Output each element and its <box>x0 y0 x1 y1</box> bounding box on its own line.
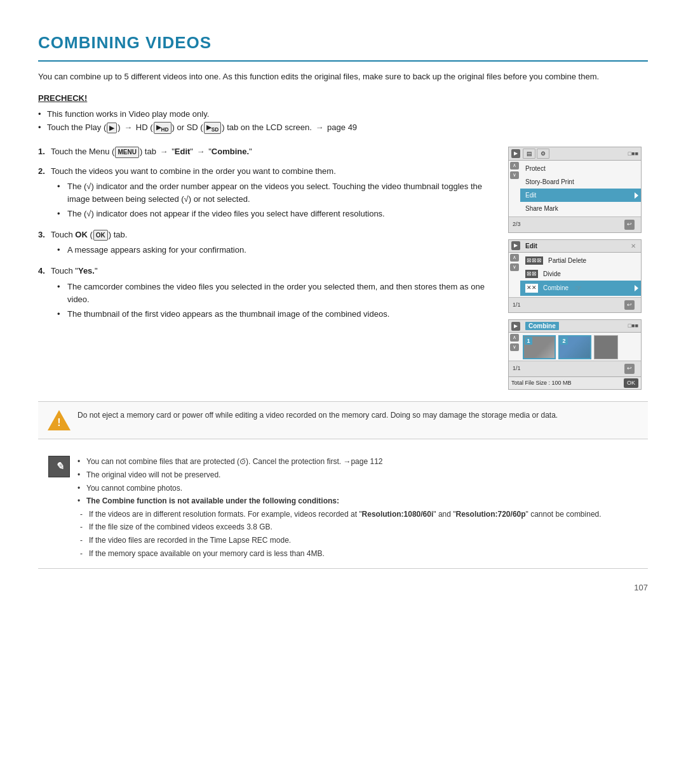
menu-icon: MENU <box>115 147 138 158</box>
warning-text: Do not eject a memory card or power off … <box>77 409 558 431</box>
panel1-page: 2/3 <box>513 220 521 229</box>
page-number: 107 <box>38 581 648 594</box>
panel3-title-wrap: Combine <box>525 321 626 331</box>
panel3-ok-btn[interactable]: OK <box>624 378 638 389</box>
panel1-battery: □■■ <box>628 150 638 159</box>
panel3-battery: □■■ <box>628 322 638 331</box>
main-layout: 1. Touch the Menu (MENU) tab → "Edit" → … <box>38 145 648 390</box>
note-bold-item: The Combine function is not available un… <box>86 496 339 505</box>
sd-icon-box: ▶SD <box>204 122 222 134</box>
note-icon: ✎ <box>48 456 70 477</box>
thumb1-num: 1 <box>525 337 532 345</box>
note-item-4: The Combine function is not available un… <box>77 495 602 507</box>
panel1-header: ▶ ▤ ⚙ □■■ <box>509 147 641 161</box>
note-content: You can not combine files that are prote… <box>77 456 602 561</box>
page-title: COMBINING VIDEOS <box>38 30 648 62</box>
panel1-edit[interactable]: Edit <box>520 189 641 202</box>
panel1-menu: Protect Story-Board Print Edit Share Mar… <box>520 161 641 216</box>
step1-edit: Edit <box>175 147 191 156</box>
panel3-thumb-3[interactable] <box>594 335 618 359</box>
step-4-bullets: The camcorder combines the video files y… <box>57 281 495 321</box>
panel3-size-text: Total File Size : 100 MB <box>511 379 572 388</box>
panel1-play-icon: ▶ <box>511 149 520 158</box>
step4-yes: Yes. <box>78 266 95 276</box>
panel2-back-btn[interactable]: ↩ <box>624 300 635 310</box>
panel3-thumbs: 1 2 <box>523 335 638 359</box>
panel2-divide-icon: ⊠⊠ <box>525 270 538 279</box>
panel2-footer: 1/1 ↩ <box>509 297 641 313</box>
precheck-item-2: Touch the Play (▶) → HD (▶HD) or SD (▶SD… <box>38 121 648 134</box>
exclamation-icon: ! <box>57 415 60 430</box>
note-dash-3: If the video files are recorded in the T… <box>77 535 602 547</box>
panel2-divide[interactable]: ⊠⊠ Divide <box>520 267 641 281</box>
panel2-nav: ∧ ∨ <box>509 253 520 297</box>
resolution-1: Resolution:1080/60i <box>362 510 434 519</box>
resolution-2: Resolution:720/60p <box>456 510 526 519</box>
intro-text: You can combine up to 5 different videos… <box>38 70 648 83</box>
panel2-combine[interactable]: ✕✕ Combine ☞ <box>520 281 641 296</box>
panel2-body: ∧ ∨ ⊠⊠⊠ Partial Delete ⊠⊠ Divide ✕✕ Comb… <box>509 253 641 297</box>
panel1-icon-gear: ⚙ <box>537 149 549 159</box>
panel1-back-btn[interactable]: ↩ <box>624 220 635 230</box>
step-2-content: Touch the videos you want to combine in … <box>51 165 495 223</box>
panel1-down-btn[interactable]: ∨ <box>510 171 519 179</box>
panel1-storyboard[interactable]: Story-Board Print <box>520 175 641 189</box>
panel2-play-icon: ▶ <box>511 241 520 250</box>
panel3-footer-row: 1/1 ↩ <box>509 361 641 376</box>
panel1-icon-folder: ▤ <box>523 149 535 159</box>
note-dash-2: If the file size of the combined videos … <box>77 521 602 533</box>
note-item-3: You cannot combine photos. <box>77 482 602 495</box>
warning-box: ! Do not eject a memory card or power of… <box>38 401 648 439</box>
step-2: 2. Touch the videos you want to combine … <box>38 165 495 223</box>
panel2-up-btn[interactable]: ∧ <box>510 254 519 262</box>
steps-column: 1. Touch the Menu (MENU) tab → "Edit" → … <box>38 145 508 390</box>
panel3-content: 1 2 <box>520 333 641 361</box>
panel2-combine-icon: ✕✕ <box>525 284 538 293</box>
panel2-page: 1/1 <box>513 301 521 310</box>
panel3-nav: ∧ ∨ <box>509 333 520 361</box>
step-2-bullet-1: The (√) indicator and the order number a… <box>57 180 495 206</box>
step-3-content: Touch OK (OK) tab. A message appears ask… <box>51 229 495 258</box>
panel1-up-btn[interactable]: ∧ <box>510 162 519 169</box>
panel3-play-icon: ▶ <box>511 322 520 331</box>
panel2-partial-delete[interactable]: ⊠⊠⊠ Partial Delete <box>520 254 641 267</box>
step1-combine: Combine. <box>212 147 249 156</box>
step-3: 3. Touch OK (OK) tab. A message appears … <box>38 229 495 258</box>
panel3-header: ▶ Combine □■■ <box>509 320 641 333</box>
panel1-body: ∧ ∨ Protect Story-Board Print Edit Share… <box>509 161 641 216</box>
panel3-up-btn[interactable]: ∧ <box>510 334 519 342</box>
step-4-bullet-2: The thumbnail of the first video appears… <box>57 308 495 321</box>
panel1-footer: 2/3 ↩ <box>509 216 641 232</box>
arrow-step1-1: → <box>160 145 168 158</box>
step-1-num: 1. <box>38 145 51 158</box>
panel2-title-text: Edit <box>525 241 537 251</box>
thumb2-num: 2 <box>560 337 568 345</box>
step3-ok: OK <box>75 230 88 239</box>
warning-triangle-icon: ! <box>48 409 70 431</box>
panel3-thumb-1[interactable]: 1 <box>523 335 556 359</box>
panel3-page: 1/1 <box>513 364 521 373</box>
arrow-2: → <box>316 121 324 134</box>
step-4-num: 4. <box>38 265 51 277</box>
note-list: You can not combine files that are prote… <box>77 456 602 559</box>
step-4-content: Touch "Yes." The camcorder combines the … <box>51 265 495 322</box>
step-1: 1. Touch the Menu (MENU) tab → "Edit" → … <box>38 145 495 158</box>
panel2-down-btn[interactable]: ∨ <box>510 263 519 271</box>
panel1-protect[interactable]: Protect <box>520 162 641 175</box>
panel2-partial-icon: ⊠⊠⊠ <box>525 256 543 265</box>
panel3-thumb-2[interactable]: 2 <box>558 335 591 359</box>
precheck-label: PRECHECK! <box>38 92 648 105</box>
panel3-title-text: Combine <box>525 322 559 330</box>
precheck-item-1: This function works in Video play mode o… <box>38 108 648 121</box>
step-3-bullets: A message appears asking for your confir… <box>57 244 495 256</box>
precheck-list: This function works in Video play mode o… <box>38 108 648 135</box>
screenshot-panel-3: ▶ Combine □■■ ∧ ∨ 1 <box>508 319 642 390</box>
screenshot-panel-2: ▶ Edit ✕ ∧ ∨ ⊠⊠⊠ Partial Delete ⊠⊠ Divid… <box>508 239 642 314</box>
step-1-content: Touch the Menu (MENU) tab → "Edit" → "Co… <box>51 145 495 158</box>
panel3-down-btn[interactable]: ∨ <box>510 343 519 351</box>
note-dash-1: If the videos are in different resolutio… <box>77 508 602 521</box>
panel2-close[interactable]: ✕ <box>631 241 636 251</box>
panel3-back-btn[interactable]: ↩ <box>624 364 635 374</box>
panel1-sharemark[interactable]: Share Mark <box>520 202 641 215</box>
step-3-bullet-1: A message appears asking for your confir… <box>57 244 495 256</box>
